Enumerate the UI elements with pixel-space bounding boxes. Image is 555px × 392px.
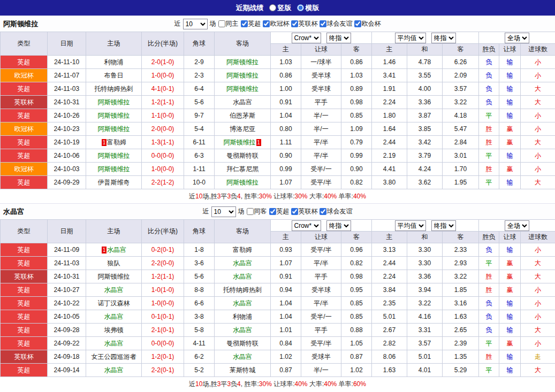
away-team[interactable]: 曼彻斯特联 bbox=[215, 149, 271, 163]
match-score[interactable]: 1-2(1-1) bbox=[142, 96, 184, 109]
league-checkbox[interactable] bbox=[241, 20, 248, 27]
europe-avg-select[interactable]: 平均值 bbox=[395, 33, 426, 43]
team-link[interactable]: 博洛尼亚 bbox=[230, 125, 255, 133]
away-team[interactable]: 水晶宫 bbox=[215, 270, 271, 283]
team-link[interactable]: 阿斯顿维拉 bbox=[226, 85, 259, 93]
away-team[interactable]: 水晶宫 bbox=[215, 324, 271, 337]
away-team[interactable]: 伯恩茅斯 bbox=[215, 109, 271, 122]
team-link[interactable]: 布鲁日 bbox=[104, 72, 124, 79]
league-filter[interactable]: 球会友谊 bbox=[320, 207, 353, 216]
league-checkbox[interactable] bbox=[291, 208, 298, 215]
home-team[interactable]: 1水晶宫 bbox=[86, 243, 142, 257]
team-link[interactable]: 阿斯顿维拉 bbox=[98, 152, 130, 159]
away-team[interactable]: 阿斯顿维拉 bbox=[215, 176, 271, 189]
team-link[interactable]: 水晶宫 bbox=[233, 353, 252, 360]
team-link[interactable]: 富勒姆 bbox=[107, 139, 126, 146]
match-score[interactable]: 1-3(1-1) bbox=[142, 136, 184, 149]
team-link[interactable]: 富勒姆 bbox=[233, 246, 252, 253]
match-score[interactable]: 2-0(0-0) bbox=[142, 122, 184, 136]
team-link[interactable]: 伯恩茅斯 bbox=[230, 112, 255, 119]
league-filter[interactable]: 英超 bbox=[269, 207, 290, 216]
same-venue-filter[interactable]: 同主 bbox=[218, 19, 239, 28]
match-score[interactable]: 2-0(1-0) bbox=[142, 56, 184, 69]
home-team[interactable]: 埃弗顿 bbox=[86, 324, 142, 337]
league-filter[interactable]: 英联杯 bbox=[291, 19, 318, 28]
league-checkbox[interactable] bbox=[320, 20, 326, 27]
team-link[interactable]: 埃弗顿 bbox=[104, 326, 124, 334]
team-link[interactable]: 水晶宫 bbox=[233, 326, 252, 334]
home-team[interactable]: 狼队 bbox=[86, 257, 142, 270]
home-team[interactable]: 阿斯顿维拉 bbox=[86, 122, 142, 136]
away-team[interactable]: 阿斯顿维拉 bbox=[215, 82, 271, 96]
away-team[interactable]: 水晶宫 bbox=[215, 350, 271, 364]
home-team[interactable]: 阿斯顿维拉 bbox=[86, 149, 142, 163]
home-team[interactable]: 水晶宫 bbox=[86, 283, 142, 297]
away-team[interactable]: 富勒姆 bbox=[215, 243, 271, 257]
asian-final-select[interactable]: 终指 bbox=[326, 220, 351, 231]
team-link[interactable]: 水晶宫 bbox=[233, 259, 252, 267]
league-checkbox[interactable] bbox=[291, 20, 298, 27]
away-team[interactable]: 拜仁慕尼黑 bbox=[215, 163, 271, 176]
match-score[interactable]: 1-0(0-0) bbox=[142, 163, 184, 176]
away-team[interactable]: 莱斯特城 bbox=[215, 364, 271, 377]
bookmaker-select[interactable]: Crow* bbox=[292, 220, 321, 231]
team-link[interactable]: 利物浦 bbox=[104, 58, 124, 66]
europe-final-select[interactable]: 终指 bbox=[431, 33, 456, 43]
match-score[interactable]: 2-2(1-2) bbox=[142, 176, 184, 189]
match-score[interactable]: 2-2(0-0) bbox=[142, 257, 184, 270]
match-score[interactable]: 1-2(0-1) bbox=[142, 350, 184, 364]
league-checkbox[interactable] bbox=[269, 208, 276, 215]
league-filter[interactable]: 欧会杯 bbox=[354, 19, 381, 28]
home-team[interactable]: 1富勒姆 bbox=[86, 136, 142, 149]
away-team[interactable]: 博洛尼亚 bbox=[215, 122, 271, 136]
league-checkbox[interactable] bbox=[263, 20, 270, 27]
league-filter[interactable]: 球会友谊 bbox=[320, 19, 353, 28]
home-team[interactable]: 水晶宫 bbox=[86, 337, 142, 350]
league-filter[interactable]: 欧冠杯 bbox=[263, 19, 290, 28]
bookmaker-select[interactable]: Crow* bbox=[292, 33, 321, 43]
away-team[interactable]: 水晶宫 bbox=[215, 297, 271, 310]
away-team[interactable]: 阿斯顿维拉 bbox=[215, 69, 271, 82]
match-score[interactable]: 4-1(0-1) bbox=[142, 82, 184, 96]
horizontal-layout-radio[interactable] bbox=[297, 4, 304, 11]
match-score[interactable]: 0-0(0-0) bbox=[142, 337, 184, 350]
league-checkbox[interactable] bbox=[320, 208, 326, 215]
home-team[interactable]: 布鲁日 bbox=[86, 69, 142, 82]
team-link[interactable]: 水晶宫 bbox=[233, 299, 252, 307]
same-venue-checkbox[interactable] bbox=[247, 208, 254, 215]
league-filter[interactable]: 英超 bbox=[241, 19, 261, 28]
team-link[interactable]: 阿斯顿维拉 bbox=[98, 273, 130, 280]
away-team[interactable]: 利物浦 bbox=[215, 310, 271, 324]
team-link[interactable]: 莱斯特城 bbox=[230, 366, 255, 374]
match-score[interactable]: 1-0(1-0) bbox=[142, 283, 184, 297]
asian-final-select[interactable]: 终指 bbox=[326, 33, 351, 43]
league-filter[interactable]: 英联杯 bbox=[291, 207, 318, 216]
match-score[interactable]: 1-0(0-0) bbox=[142, 297, 184, 310]
team-link[interactable]: 曼彻斯特联 bbox=[226, 340, 259, 347]
home-team[interactable]: 阿斯顿维拉 bbox=[86, 109, 142, 122]
match-score[interactable]: 0-1(0-1) bbox=[142, 310, 184, 324]
away-team[interactable]: 阿斯顿维拉 bbox=[215, 56, 271, 69]
match-score[interactable]: 2-2(0-1) bbox=[142, 364, 184, 377]
away-team[interactable]: 托特纳姆热刺 bbox=[215, 283, 271, 297]
away-team[interactable]: 水晶宫 bbox=[215, 96, 271, 109]
team-link[interactable]: 水晶宫 bbox=[107, 246, 126, 253]
team-link[interactable]: 水晶宫 bbox=[233, 273, 252, 280]
away-team[interactable]: 阿斯顿维拉1 bbox=[215, 136, 271, 149]
home-team[interactable]: 水晶宫 bbox=[86, 364, 142, 377]
scope-select[interactable]: 全场 bbox=[505, 220, 529, 231]
match-score[interactable]: 1-0(0-0) bbox=[142, 69, 184, 82]
team-link[interactable]: 阿斯顿维拉 bbox=[98, 165, 130, 173]
team-link[interactable]: 狼队 bbox=[108, 259, 120, 267]
home-team[interactable]: 女王公园巡游者 bbox=[86, 350, 142, 364]
team-link[interactable]: 曼彻斯特联 bbox=[226, 152, 259, 159]
home-team[interactable]: 伊普斯维奇 bbox=[86, 176, 142, 189]
team-link[interactable]: 水晶宫 bbox=[104, 340, 124, 347]
home-team[interactable]: 阿斯顿维拉 bbox=[86, 163, 142, 176]
team-link[interactable]: 水晶宫 bbox=[104, 313, 124, 320]
same-venue-filter[interactable]: 同客 bbox=[247, 207, 267, 216]
europe-final-select[interactable]: 终指 bbox=[431, 220, 456, 231]
team-link[interactable]: 利物浦 bbox=[233, 313, 252, 320]
team-link[interactable]: 阿斯顿维拉 bbox=[226, 72, 259, 79]
europe-avg-select[interactable]: 平均值 bbox=[395, 220, 426, 231]
